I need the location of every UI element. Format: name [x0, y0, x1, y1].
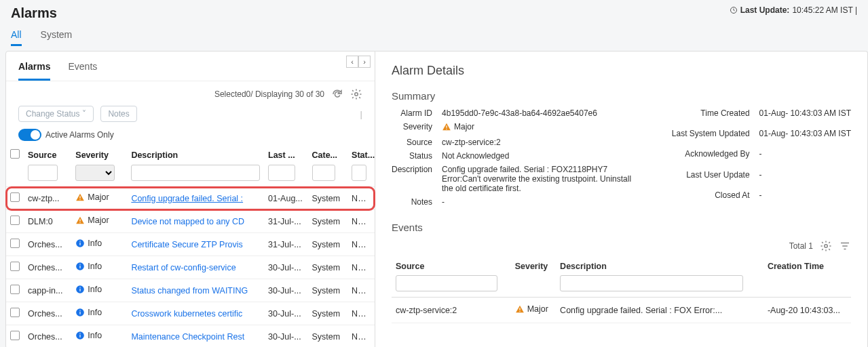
- row-description-link[interactable]: Config upgrade failed. Serial :: [131, 194, 243, 203]
- warning-icon: [75, 192, 85, 202]
- alarm-id-value: 4b195dd0-7e9c-43a8-ba64-4692ae5407e6: [442, 108, 645, 118]
- table-row[interactable]: Orches...InfoMaintenance Checkpoint Rest…: [6, 325, 375, 348]
- ev-col-severity[interactable]: Severity: [511, 256, 556, 274]
- row-description-link[interactable]: Certificate Secure ZTP Provis: [131, 240, 242, 249]
- notes-label: Notes: [392, 197, 432, 207]
- change-status-button: Change Status ˅: [18, 106, 94, 122]
- svg-rect-13: [80, 289, 81, 291]
- last-user-update-label: Last User Update: [672, 170, 750, 186]
- filter-last[interactable]: [268, 165, 295, 181]
- svg-rect-4: [80, 219, 81, 222]
- row-description-link[interactable]: Crosswork kubernetes certific: [131, 309, 242, 319]
- ev-filter-description[interactable]: [560, 275, 743, 291]
- details-title: Alarm Details: [392, 64, 851, 78]
- svg-rect-20: [80, 333, 81, 334]
- svg-rect-11: [80, 264, 81, 265]
- table-row[interactable]: Orches...InfoCertificate Secure ZTP Prov…: [6, 233, 375, 256]
- row-description-link[interactable]: Restart of cw-config-service: [131, 263, 235, 272]
- col-description[interactable]: Description: [127, 144, 264, 163]
- row-last: 31-Jul-...: [264, 233, 307, 256]
- ev-col-description[interactable]: Description: [556, 256, 763, 274]
- filter-icon[interactable]: [839, 240, 851, 252]
- warning-icon: [442, 122, 451, 131]
- ack-by-label: Acknowledged By: [672, 149, 750, 165]
- row-status: Not A: [347, 325, 375, 348]
- row-severity: Major: [71, 187, 127, 210]
- svg-point-1: [355, 93, 358, 96]
- svg-rect-19: [80, 335, 81, 338]
- svg-rect-24: [519, 308, 520, 310]
- filter-source[interactable]: [28, 165, 58, 181]
- ev-col-creation[interactable]: Creation Time: [763, 256, 851, 274]
- svg-rect-10: [80, 266, 81, 268]
- summary-heading: Summary: [392, 90, 851, 102]
- last-system-updated-label: Last System Updated: [672, 129, 750, 145]
- row-last: 30-Jul-...: [264, 256, 307, 279]
- row-description-link[interactable]: Status changed from WAITING: [131, 286, 248, 295]
- ev-filter-source[interactable]: [396, 275, 497, 291]
- source-label: Source: [392, 138, 432, 147]
- row-category: System: [308, 325, 348, 348]
- last-system-updated-value: 01-Aug- 10:43:03 AM IST: [759, 129, 851, 145]
- active-alarms-toggle[interactable]: [18, 129, 41, 141]
- row-severity: Info: [71, 302, 127, 325]
- row-category: System: [308, 279, 348, 302]
- pane-collapse-left[interactable]: ‹: [346, 56, 358, 68]
- select-all-checkbox[interactable]: [10, 149, 20, 159]
- row-last: 30-Jul-...: [264, 325, 307, 348]
- row-severity: Info: [71, 256, 127, 279]
- row-severity: Info: [71, 279, 127, 302]
- gear-icon[interactable]: [820, 240, 832, 252]
- tab-all[interactable]: All: [11, 25, 22, 46]
- refresh-icon[interactable]: [331, 88, 343, 100]
- event-row[interactable]: cw-ztp-service:2 Major Config upgrade fa…: [392, 298, 851, 323]
- col-severity[interactable]: Severity: [71, 144, 127, 163]
- row-last: 30-Jul-...: [264, 302, 307, 325]
- closed-at-value: -: [759, 190, 851, 207]
- row-checkbox[interactable]: [10, 192, 20, 202]
- filter-description[interactable]: [131, 165, 260, 181]
- filter-status[interactable]: [352, 165, 366, 181]
- pane-collapse-right[interactable]: ›: [358, 56, 371, 68]
- col-status[interactable]: Stat...: [347, 144, 375, 163]
- row-checkbox[interactable]: [10, 262, 20, 271]
- svg-rect-17: [80, 310, 81, 311]
- table-row[interactable]: capp-in...InfoStatus changed from WAITIN…: [6, 279, 375, 302]
- col-category[interactable]: Cate...: [308, 144, 348, 163]
- inner-tab-events[interactable]: Events: [68, 61, 97, 81]
- ev-col-source[interactable]: Source: [392, 256, 511, 274]
- row-checkbox[interactable]: [10, 308, 20, 317]
- svg-rect-22: [446, 129, 447, 129]
- ev-creation-time: -Aug-20 10:43:03...: [763, 298, 851, 323]
- page-title: Alarms: [11, 5, 57, 21]
- table-row[interactable]: DLM:0MajorDevice not mapped to any CD31-…: [6, 210, 375, 233]
- gear-icon[interactable]: [350, 88, 362, 100]
- filter-severity[interactable]: [75, 165, 115, 181]
- svg-rect-25: [519, 311, 520, 312]
- info-icon: [75, 239, 85, 248]
- ev-description: Config upgrade failed. Serial : FOX Erro…: [556, 298, 763, 323]
- row-source: Orches...: [24, 325, 71, 348]
- table-row[interactable]: cw-ztp...MajorConfig upgrade failed. Ser…: [6, 187, 375, 210]
- row-checkbox[interactable]: [10, 216, 20, 225]
- row-description-link[interactable]: Maintenance Checkpoint Rest: [131, 332, 244, 342]
- time-created-label: Time Created: [672, 108, 750, 125]
- table-row[interactable]: Orches...InfoRestart of cw-config-servic…: [6, 256, 375, 279]
- col-last[interactable]: Last ...: [264, 144, 307, 163]
- row-category: System: [308, 302, 348, 325]
- tab-system[interactable]: System: [41, 25, 73, 46]
- svg-rect-14: [80, 287, 81, 288]
- row-description-link[interactable]: Device not mapped to any CD: [131, 217, 244, 226]
- row-checkbox[interactable]: [10, 285, 20, 294]
- col-source[interactable]: Source: [24, 144, 71, 163]
- table-row[interactable]: Orches...InfoCrosswork kubernetes certif…: [6, 302, 375, 325]
- closed-at-label: Closed At: [672, 190, 750, 207]
- row-source: Orches...: [24, 256, 71, 279]
- row-checkbox[interactable]: [10, 331, 20, 340]
- row-checkbox[interactable]: [10, 239, 20, 248]
- svg-rect-21: [446, 125, 447, 128]
- row-status: Not A: [347, 210, 375, 233]
- row-last: 30-Jul-...: [264, 279, 307, 302]
- inner-tab-alarms[interactable]: Alarms: [18, 61, 50, 81]
- filter-category[interactable]: [312, 165, 335, 181]
